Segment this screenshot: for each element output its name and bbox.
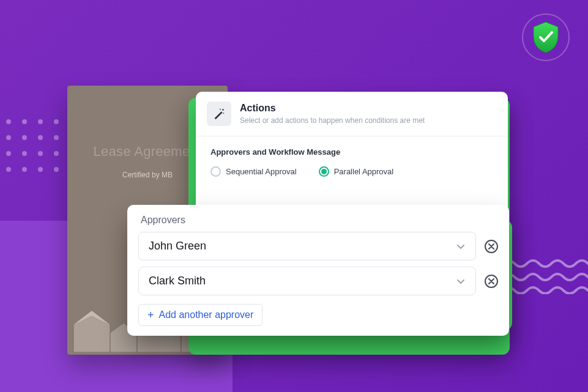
approvers-card: Approvers John Green Clark Smith + Add a… [127,205,509,336]
approver-select[interactable]: John Green [138,232,476,261]
radio-parallel-approval[interactable]: Parallel Approval [319,166,394,177]
chevron-down-icon [456,242,466,251]
svg-point-1 [220,109,221,110]
add-another-approver-button[interactable]: + Add another approver [138,304,262,326]
chevron-down-icon [456,276,466,286]
approver-name: John Green [149,240,206,253]
workflow-section-label: Approvers and Workflow Message [210,147,493,157]
remove-approver-button[interactable] [485,240,498,253]
security-badge [522,13,570,61]
actions-card: Actions Select or add actions to happen … [196,92,508,220]
magic-wand-icon [207,102,231,126]
actions-title: Actions [240,103,425,114]
approver-row: Clark Smith [138,267,498,295]
decorative-waves [502,257,588,294]
add-another-label: Add another approver [159,309,254,320]
actions-subtitle: Select or add actions to happen when con… [240,116,425,125]
svg-point-0 [222,109,224,111]
remove-approver-button[interactable] [485,275,498,288]
radio-sequential-approval[interactable]: Sequential Approval [210,166,297,177]
approvers-title: Approvers [141,215,498,226]
radio-label: Sequential Approval [226,167,297,176]
approver-row: John Green [138,232,498,261]
approver-select[interactable]: Clark Smith [138,267,476,295]
approver-name: Clark Smith [149,275,206,287]
shield-check-icon [531,21,560,54]
plus-icon: + [147,309,154,320]
svg-point-2 [223,113,224,114]
radio-label: Parallel Approval [334,167,394,176]
